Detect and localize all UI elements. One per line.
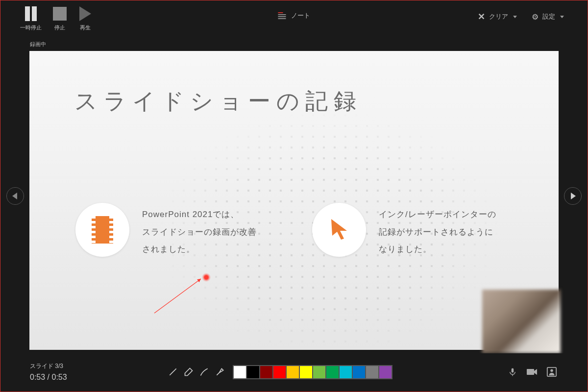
- color-swatch[interactable]: [299, 366, 313, 379]
- clear-label: クリア: [489, 12, 508, 21]
- notes-icon: [278, 12, 286, 19]
- feature2-text: インク/レーザーポインターの 記録がサポートされるように なりました。: [379, 203, 496, 258]
- eyedropper-tool[interactable]: [167, 364, 179, 380]
- chevron-left-icon: [12, 193, 17, 199]
- svg-line-0: [154, 279, 201, 313]
- color-swatch[interactable]: [313, 366, 326, 379]
- settings-label: 設定: [542, 12, 555, 21]
- microphone-button[interactable]: [506, 366, 519, 378]
- x-icon: ✕: [478, 11, 485, 22]
- feature1-text: PowerPoint 2021では、 スライドショーの録画が改善 されました。: [142, 203, 257, 258]
- color-swatch[interactable]: [260, 366, 273, 379]
- color-swatch[interactable]: [339, 366, 352, 379]
- color-swatch[interactable]: [366, 366, 379, 379]
- color-swatch[interactable]: [233, 366, 246, 379]
- color-swatch[interactable]: [326, 366, 339, 379]
- timer: 0:53 / 0:53: [30, 373, 67, 382]
- chevron-down-icon: [560, 16, 564, 18]
- feature-icon-circle: [75, 203, 129, 257]
- color-swatch[interactable]: [379, 366, 392, 379]
- next-slide-button[interactable]: [564, 187, 582, 205]
- svg-rect-1: [512, 368, 514, 373]
- camera-button[interactable]: [526, 366, 539, 378]
- annotation-arrow: [152, 276, 211, 318]
- highlighter-tool[interactable]: [214, 364, 226, 380]
- stop-icon: [53, 7, 67, 21]
- stop-label: 停止: [54, 24, 65, 31]
- slide-title: スライドショーの記録: [74, 86, 362, 117]
- camera-preview[interactable]: [482, 290, 561, 353]
- slide-counter: スライド 3/3: [30, 362, 63, 370]
- clear-button[interactable]: ✕ クリア: [478, 11, 517, 22]
- svg-rect-2: [527, 369, 534, 375]
- color-swatch[interactable]: [273, 366, 286, 379]
- play-button[interactable]: 再生: [78, 6, 93, 31]
- play-label: 再生: [80, 24, 91, 31]
- pause-icon: [25, 6, 37, 21]
- settings-button[interactable]: 設定: [532, 12, 564, 22]
- color-swatch[interactable]: [352, 366, 366, 379]
- pause-label: 一時停止: [20, 24, 42, 31]
- chevron-right-icon: [571, 193, 576, 199]
- cursor-icon: [327, 217, 351, 243]
- gear-icon: [532, 12, 539, 22]
- slide-canvas: スライドショーの記録 PowerPoint 2021では、 スライドショーの録画…: [29, 51, 559, 350]
- pen-tool[interactable]: [198, 364, 210, 380]
- film-icon: [92, 216, 113, 244]
- notes-button[interactable]: ノート: [291, 11, 310, 20]
- play-icon: [79, 6, 91, 21]
- presenter-button[interactable]: [545, 366, 558, 378]
- chevron-down-icon: [513, 16, 517, 18]
- color-swatch[interactable]: [246, 366, 260, 379]
- previous-slide-button[interactable]: [6, 187, 24, 205]
- color-swatch[interactable]: [286, 366, 299, 379]
- feature-icon-circle: [312, 203, 366, 257]
- stop-button[interactable]: 停止: [52, 6, 67, 31]
- eraser-tool[interactable]: [183, 364, 195, 380]
- pause-button[interactable]: 一時停止: [20, 6, 42, 31]
- svg-point-4: [550, 369, 553, 372]
